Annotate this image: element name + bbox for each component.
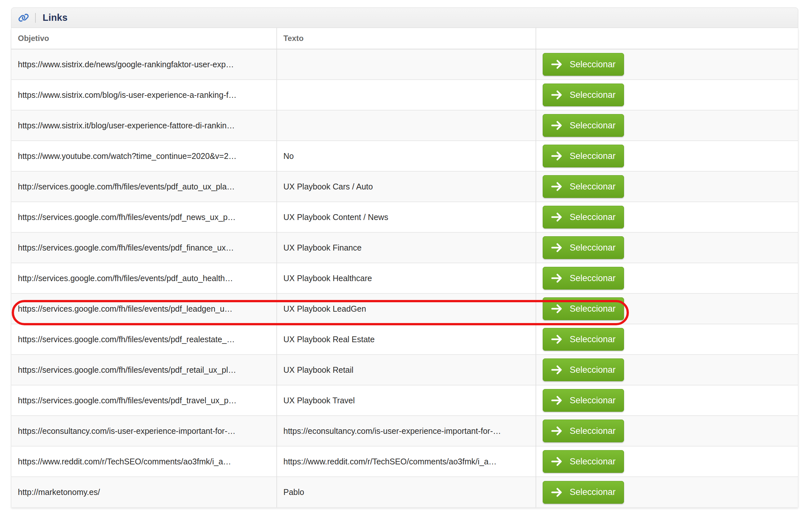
action-cell: Seleccionar	[536, 110, 798, 141]
links-table: Objetivo Texto https://www.sistrix.de/ne…	[11, 28, 798, 507]
texto-cell: No	[277, 141, 536, 171]
arrow-right-icon	[551, 151, 563, 161]
action-cell: Seleccionar	[536, 324, 798, 354]
seleccionar-button[interactable]: Seleccionar	[543, 297, 624, 320]
arrow-right-icon	[551, 426, 563, 436]
texto-cell: Pablo	[277, 477, 536, 507]
table-row: https://econsultancy.com/is-user-experie…	[11, 416, 798, 446]
seleccionar-button-label: Seleccionar	[570, 487, 616, 497]
objetivo-cell-text: http://marketonomy.es/	[18, 487, 100, 497]
objetivo-cell-text: https://www.sistrix.de/news/google-ranki…	[18, 60, 234, 69]
objetivo-cell: https://www.youtube.com/watch?time_conti…	[11, 141, 277, 171]
seleccionar-button[interactable]: Seleccionar	[543, 145, 624, 167]
seleccionar-button-label: Seleccionar	[570, 120, 616, 131]
texto-cell: UX Playbook Finance	[277, 232, 536, 263]
seleccionar-button[interactable]: Seleccionar	[543, 419, 624, 442]
seleccionar-button-label: Seleccionar	[570, 456, 616, 467]
objetivo-cell: https://services.google.com/fh/files/eve…	[11, 294, 277, 324]
objetivo-cell: https://services.google.com/fh/files/eve…	[11, 324, 277, 354]
texto-cell-text: UX Playbook Finance	[284, 243, 361, 252]
action-cell: Seleccionar	[536, 294, 798, 324]
texto-cell: UX Playbook Content / News	[277, 202, 536, 232]
seleccionar-button[interactable]: Seleccionar	[543, 175, 624, 198]
texto-cell: UX Playbook Retail	[277, 354, 536, 385]
seleccionar-button[interactable]: Seleccionar	[543, 53, 624, 76]
texto-cell: UX Playbook Healthcare	[277, 263, 536, 294]
seleccionar-button[interactable]: Seleccionar	[543, 328, 624, 351]
objetivo-cell-text: https://econsultancy.com/is-user-experie…	[18, 426, 236, 435]
seleccionar-button[interactable]: Seleccionar	[543, 481, 624, 504]
links-table-body: https://www.sistrix.de/news/google-ranki…	[11, 49, 798, 507]
texto-cell-text: https://www.reddit.com/r/TechSEO/comment…	[284, 457, 497, 466]
arrow-right-icon	[551, 182, 563, 192]
texto-cell-text: Pablo	[284, 487, 304, 497]
texto-cell-text: https://econsultancy.com/is-user-experie…	[284, 426, 501, 435]
action-cell: Seleccionar	[536, 354, 798, 385]
arrow-right-icon	[551, 456, 563, 466]
texto-cell	[277, 49, 536, 80]
action-cell: Seleccionar	[536, 171, 798, 202]
table-row: https://www.reddit.com/r/TechSEO/comment…	[11, 446, 798, 477]
texto-cell: UX Playbook LeadGen	[277, 294, 536, 324]
texto-cell-text: UX Playbook Retail	[284, 365, 354, 375]
seleccionar-button[interactable]: Seleccionar	[543, 206, 624, 229]
link-icon	[18, 13, 29, 22]
texto-cell-text: UX Playbook Cars / Auto	[284, 182, 373, 191]
seleccionar-button-label: Seleccionar	[570, 182, 616, 192]
seleccionar-button-label: Seleccionar	[570, 60, 616, 69]
action-cell: Seleccionar	[536, 141, 798, 171]
arrow-right-icon	[551, 365, 563, 375]
objetivo-cell: https://services.google.com/fh/files/eve…	[11, 232, 277, 263]
table-row: https://services.google.com/fh/files/eve…	[11, 354, 798, 385]
table-row: https://services.google.com/fh/files/eve…	[11, 385, 798, 416]
texto-cell-text: UX Playbook Real Estate	[284, 335, 375, 344]
table-row: https://www.youtube.com/watch?time_conti…	[11, 141, 798, 171]
action-cell: Seleccionar	[536, 202, 798, 232]
action-cell: Seleccionar	[536, 80, 798, 110]
seleccionar-button-label: Seleccionar	[570, 90, 616, 100]
objetivo-cell-text: https://services.google.com/fh/files/eve…	[18, 365, 236, 375]
seleccionar-button[interactable]: Seleccionar	[543, 114, 624, 137]
column-header-texto: Texto	[277, 28, 536, 49]
action-cell: Seleccionar	[536, 385, 798, 416]
table-row: https://www.sistrix.de/news/google-ranki…	[11, 49, 798, 80]
texto-cell	[277, 110, 536, 141]
action-cell: Seleccionar	[536, 477, 798, 507]
objetivo-cell-text: https://www.youtube.com/watch?time_conti…	[18, 151, 237, 161]
seleccionar-button[interactable]: Seleccionar	[543, 84, 624, 106]
texto-cell-text: UX Playbook Travel	[284, 396, 355, 405]
objetivo-cell: http://services.google.com/fh/files/even…	[11, 171, 277, 202]
seleccionar-button[interactable]: Seleccionar	[543, 359, 624, 381]
action-cell: Seleccionar	[536, 49, 798, 80]
seleccionar-button-label: Seleccionar	[570, 304, 616, 314]
seleccionar-button-label: Seleccionar	[570, 396, 616, 405]
table-header-row: Objetivo Texto	[11, 28, 798, 49]
action-cell: Seleccionar	[536, 232, 798, 263]
table-row: http://services.google.com/fh/files/even…	[11, 263, 798, 294]
objetivo-cell-text: https://services.google.com/fh/files/eve…	[18, 335, 235, 344]
arrow-right-icon	[551, 396, 563, 405]
texto-cell-text: No	[284, 151, 294, 161]
seleccionar-button[interactable]: Seleccionar	[543, 389, 624, 412]
seleccionar-button[interactable]: Seleccionar	[543, 450, 624, 473]
arrow-right-icon	[551, 120, 563, 130]
panel-header: Links	[11, 7, 798, 28]
texto-cell: UX Playbook Real Estate	[277, 324, 536, 354]
objetivo-cell: https://econsultancy.com/is-user-experie…	[11, 416, 277, 446]
objetivo-cell-text: https://services.google.com/fh/files/eve…	[18, 396, 237, 405]
table-row: https://www.sistrix.it/blog/user-experie…	[11, 110, 798, 141]
column-header-objetivo: Objetivo	[11, 28, 277, 49]
action-cell: Seleccionar	[536, 263, 798, 294]
action-cell: Seleccionar	[536, 446, 798, 477]
seleccionar-button[interactable]: Seleccionar	[543, 267, 624, 289]
texto-cell: https://www.reddit.com/r/TechSEO/comment…	[277, 446, 536, 477]
table-row: http://services.google.com/fh/files/even…	[11, 171, 798, 202]
column-header-action	[536, 28, 798, 49]
objetivo-cell: https://www.reddit.com/r/TechSEO/comment…	[11, 446, 277, 477]
texto-cell-text: UX Playbook Content / News	[284, 213, 388, 222]
seleccionar-button[interactable]: Seleccionar	[543, 236, 624, 259]
objetivo-cell: https://services.google.com/fh/files/eve…	[11, 202, 277, 232]
seleccionar-button-label: Seleccionar	[570, 426, 616, 436]
objetivo-cell-text: https://www.sistrix.com/blog/is-user-exp…	[18, 90, 237, 99]
table-row: https://services.google.com/fh/files/eve…	[11, 202, 798, 232]
